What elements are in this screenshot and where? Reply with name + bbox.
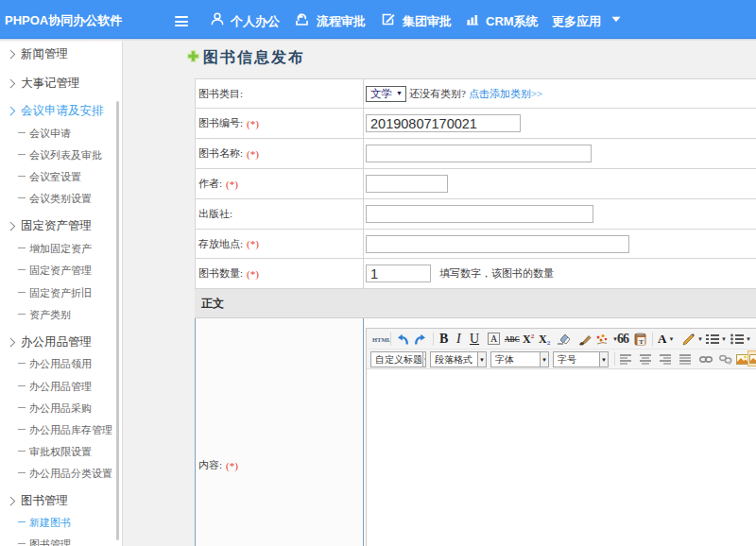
svg-text:T: T [639,338,644,346]
